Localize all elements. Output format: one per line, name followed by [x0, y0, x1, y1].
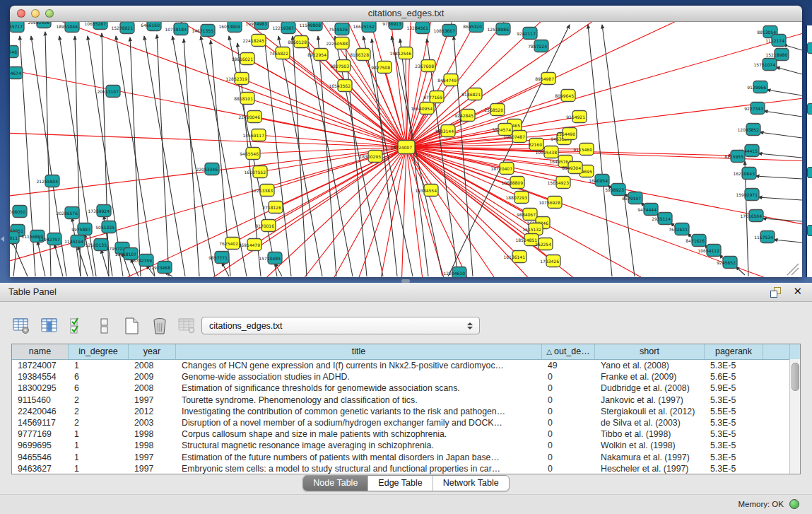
graph-node[interactable]: 11549808 — [299, 22, 322, 31]
graph-node[interactable]: 8215955 — [724, 151, 745, 163]
table-cell[interactable]: Dudbridge et al. (2008) — [595, 382, 705, 394]
graph-node[interactable]: 15992971 — [736, 189, 759, 201]
graph-node[interactable]: 12213383 — [251, 185, 274, 197]
table-cell[interactable]: 0 — [542, 382, 595, 394]
table-cell[interactable]: 1997 — [129, 395, 176, 406]
graph-node[interactable]: 17016504 — [740, 210, 763, 222]
graph-node[interactable]: 7515526 — [329, 23, 349, 35]
delete-table-icon[interactable] — [149, 315, 170, 337]
close-panel-icon[interactable]: ✕ — [793, 286, 802, 297]
table-cell[interactable]: 0 — [542, 371, 595, 382]
table-cell[interactable]: 6 — [69, 382, 129, 394]
graph-node[interactable]: 9242117 — [517, 28, 537, 40]
new-table-icon[interactable] — [122, 315, 143, 337]
background-network-window[interactable] — [806, 25, 812, 277]
graph-node[interactable]: 8818101 — [234, 93, 254, 105]
table-cell[interactable]: 5.5E-5 — [705, 406, 763, 417]
table-row[interactable]: 1938455462009Genome-wide association stu… — [12, 371, 800, 382]
table-cell[interactable]: 1 — [69, 360, 129, 371]
column-header-year[interactable]: year — [129, 344, 176, 359]
tab-network-table[interactable]: Network Table — [433, 476, 509, 491]
tab-node-table[interactable]: Node Table — [303, 476, 368, 491]
table-cell[interactable]: Corpus callosum shape and size in male p… — [176, 428, 542, 440]
graph-node[interactable]: 16136141 — [503, 251, 526, 263]
graph-node[interactable]: 7625402 — [219, 238, 240, 250]
graph-node[interactable]: 9154921 — [566, 111, 587, 123]
graph-node[interactable]: 18807293 — [505, 192, 529, 204]
column-header-short[interactable]: short — [595, 344, 705, 359]
graph-node[interactable]: 12093852 — [737, 124, 760, 136]
table-cell[interactable]: 2012 — [129, 406, 176, 417]
column-header-filler[interactable] — [763, 344, 790, 359]
network-window-titlebar[interactable]: citations_edges.txt — [10, 6, 802, 22]
graph-node[interactable]: 9245652 — [717, 257, 737, 269]
graph-node[interactable]: 25306050 — [10, 206, 27, 218]
table-cell[interactable]: Genome-wide association studies in ADHD. — [176, 371, 542, 382]
table-cell[interactable]: 1998 — [129, 428, 176, 440]
graph-node[interactable]: 9474444 — [637, 204, 658, 216]
column-header-pagerank[interactable]: pagerank — [705, 344, 763, 359]
table-cell[interactable]: 9699695 — [12, 440, 69, 451]
table-cell[interactable]: Embryonic stem cells: a model to study s… — [176, 463, 542, 474]
form-view-icon[interactable] — [94, 315, 115, 337]
table-cell[interactable]: Tourette syndrome. Phenomenology and cla… — [176, 395, 542, 406]
table-cell[interactable]: Disruption of a novel member of a sodium… — [176, 417, 542, 428]
table-cell[interactable]: 0 — [542, 463, 595, 474]
table-cell[interactable]: 5.9E-5 — [705, 382, 763, 394]
graph-node[interactable]: 16543562 — [329, 80, 352, 92]
column-header-in_degree[interactable]: in_degree — [69, 344, 129, 359]
table-cell[interactable]: Estimation of the future numbers of pati… — [176, 452, 542, 463]
graph-node[interactable]: 8860128 — [288, 36, 308, 48]
graph-node[interactable]: 82160 — [529, 139, 543, 151]
graph-node[interactable]: 9242845 — [454, 110, 475, 122]
memory-status-icon[interactable] — [789, 499, 799, 509]
table-cell[interactable]: 2008 — [129, 382, 176, 394]
table-cell[interactable]: 0 — [542, 428, 595, 440]
graph-node[interactable]: 9857771 — [208, 252, 229, 264]
table-cell[interactable]: Yano et al. (2008) — [595, 360, 705, 371]
graph-node[interactable]: 14671355 — [192, 25, 215, 37]
graph-node[interactable]: 5051335 — [95, 221, 116, 233]
table-cell[interactable]: 2 — [69, 395, 129, 406]
table-cell[interactable]: 2009 — [129, 371, 176, 382]
graph-node[interactable]: 22418245 — [242, 35, 266, 47]
graph-node[interactable]: 7465822 — [269, 47, 290, 59]
table-cell[interactable]: Wolkin et al. (1998) — [595, 440, 705, 451]
graph-node[interactable]: 12219387 — [272, 22, 295, 34]
graph-node[interactable]: 10655287 — [84, 22, 107, 30]
table-cell[interactable]: 5.3E-5 — [705, 428, 763, 440]
graph-node[interactable]: 20613107 — [97, 86, 120, 98]
graph-node[interactable]: 17359924 — [88, 205, 111, 217]
graph-node[interactable]: 9827503 — [330, 60, 351, 72]
table-cell[interactable]: 2 — [69, 417, 129, 428]
graph-node[interactable]: 9736913 — [382, 22, 403, 30]
table-row[interactable]: 946362711997Embryonic stem cells: a mode… — [12, 463, 800, 474]
table-cell[interactable]: 14569117 — [12, 417, 69, 428]
graph-node[interactable]: 8471626 — [686, 235, 706, 247]
graph-node[interactable]: 22420046 — [238, 111, 261, 123]
column-header-title[interactable]: title — [176, 344, 542, 359]
graph-node[interactable]: 1733426 — [540, 255, 560, 267]
graph-node[interactable]: 10719184 — [165, 23, 188, 35]
table-cell[interactable]: 1 — [69, 452, 129, 463]
table-cell[interactable]: 1 — [69, 428, 129, 440]
table-cell[interactable]: 2008 — [129, 360, 176, 371]
table-cell[interactable]: 6 — [69, 371, 129, 382]
table-cell[interactable]: 5.3E-5 — [705, 360, 763, 371]
graph-node[interactable]: 16053809 — [218, 22, 242, 33]
graph-node[interactable]: 15812546 — [389, 47, 413, 59]
scrollbar-thumb[interactable] — [792, 363, 799, 391]
table-cell[interactable]: 5.3E-5 — [705, 452, 763, 463]
table-cell[interactable]: 1998 — [129, 440, 176, 451]
graph-node[interactable]: 8454749 — [437, 74, 458, 86]
graph-node[interactable]: 19364674 — [10, 67, 23, 79]
table-row[interactable]: 1456911722003Disruption of a novel membe… — [12, 417, 800, 428]
table-cell[interactable]: 18300295 — [12, 382, 69, 394]
graph-node[interactable]: 15710485 — [259, 252, 282, 264]
table-cell[interactable]: 9115460 — [12, 395, 69, 406]
table-cell[interactable]: 49 — [542, 360, 595, 371]
table-row[interactable]: 977716911998Corpus callosum shape and si… — [12, 428, 800, 440]
float-panel-icon[interactable] — [770, 287, 781, 297]
table-scrollbar[interactable] — [789, 359, 800, 474]
graph-node[interactable]: 16625152 — [353, 22, 376, 33]
